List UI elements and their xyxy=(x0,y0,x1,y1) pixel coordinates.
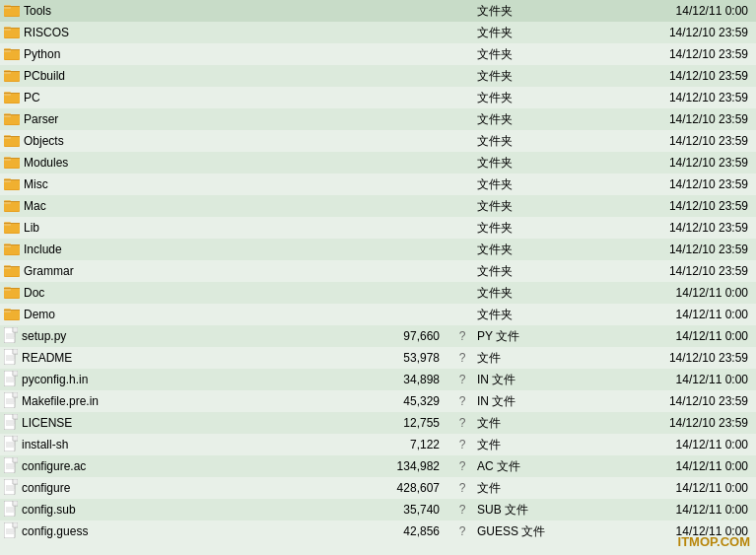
file-name-col: config.sub xyxy=(4,501,369,520)
file-date: 14/12/11 0:00 xyxy=(556,308,752,321)
folder-icon xyxy=(4,3,20,20)
list-item[interactable]: Grammar文件夹14/12/10 23:59 xyxy=(0,260,756,282)
file-name: pyconfig.h.in xyxy=(22,373,88,386)
list-item[interactable]: configure428,607?文件14/12/11 0:00 xyxy=(0,477,756,499)
file-name: Misc xyxy=(24,177,48,191)
list-item[interactable]: Lib文件夹14/12/10 23:59 xyxy=(0,217,756,239)
file-ext: 文件 xyxy=(477,350,556,367)
file-ext: 文件 xyxy=(477,415,556,432)
file-date: 14/12/10 23:59 xyxy=(556,394,752,408)
file-icon xyxy=(4,349,18,368)
list-item[interactable]: Modules文件夹14/12/10 23:59 xyxy=(0,152,756,173)
folder-icon xyxy=(4,220,20,237)
file-date: 14/12/10 23:59 xyxy=(556,156,752,170)
svg-rect-19 xyxy=(4,93,20,94)
list-item[interactable]: Include文件夹14/12/10 23:59 xyxy=(0,239,756,260)
file-icon xyxy=(4,414,18,433)
file-size: 97,660 xyxy=(369,329,447,343)
list-item[interactable]: config.guess42,856?GUESS 文件14/12/11 0:00 xyxy=(0,520,756,542)
svg-rect-47 xyxy=(4,244,20,245)
file-date: 14/12/10 23:59 xyxy=(556,264,752,278)
file-name: Parser xyxy=(24,112,58,126)
file-name-col: setup.py xyxy=(4,327,369,346)
list-item[interactable]: Demo文件夹14/12/11 0:00 xyxy=(0,304,756,325)
file-icon xyxy=(4,501,18,520)
file-size: 12,755 xyxy=(369,416,447,430)
file-ext: 文件夹 xyxy=(477,176,556,193)
folder-icon xyxy=(4,285,20,302)
file-ext: 文件夹 xyxy=(477,25,556,41)
list-item[interactable]: Mac文件夹14/12/10 23:59 xyxy=(0,195,756,217)
file-size: 45,329 xyxy=(369,394,447,408)
file-name-col: Objects xyxy=(4,133,369,150)
list-item[interactable]: pyconfig.h.in34,898?IN 文件14/12/11 0:00 xyxy=(0,369,756,390)
file-name: Doc xyxy=(24,286,44,300)
file-name: README xyxy=(22,351,72,365)
svg-rect-3 xyxy=(4,6,20,7)
svg-rect-11 xyxy=(4,49,20,50)
watermark: ITMOP.COM xyxy=(678,534,750,549)
svg-rect-39 xyxy=(4,201,20,202)
list-item[interactable]: Tools文件夹14/12/11 0:00 xyxy=(0,0,756,22)
file-name: Mac xyxy=(24,199,46,213)
list-item[interactable]: Misc文件夹14/12/10 23:59 xyxy=(0,173,756,195)
list-item[interactable]: Objects文件夹14/12/10 23:59 xyxy=(0,130,756,152)
file-name: configure xyxy=(22,481,70,495)
svg-rect-51 xyxy=(4,266,20,267)
file-ext: 文件 xyxy=(477,437,556,453)
file-date: 14/12/10 23:59 xyxy=(556,112,752,126)
file-size: 428,607 xyxy=(369,481,447,495)
list-item[interactable]: Doc文件夹14/12/11 0:00 xyxy=(0,282,756,304)
list-item[interactable]: Makefile.pre.in45,329?IN 文件14/12/10 23:5… xyxy=(0,390,756,412)
file-ext: 文件 xyxy=(477,480,556,497)
file-size: 134,982 xyxy=(369,459,447,473)
file-date: 14/12/10 23:59 xyxy=(556,243,752,256)
file-ext: 文件夹 xyxy=(477,220,556,237)
file-question: ? xyxy=(447,438,477,451)
file-icon xyxy=(4,327,18,346)
list-item[interactable]: Parser文件夹14/12/10 23:59 xyxy=(0,108,756,130)
list-item[interactable]: README53,978?文件14/12/10 23:59 xyxy=(0,347,756,369)
file-name-col: configure xyxy=(4,479,369,498)
file-date: 14/12/11 0:00 xyxy=(556,286,752,300)
file-name-col: Tools xyxy=(4,3,369,20)
file-ext: IN 文件 xyxy=(477,372,556,388)
file-name-col: Mac xyxy=(4,198,369,215)
list-item[interactable]: PCbuild文件夹14/12/10 23:59 xyxy=(0,65,756,87)
file-name: Grammar xyxy=(24,264,74,278)
list-item[interactable]: RISCOS文件夹14/12/10 23:59 xyxy=(0,22,756,43)
list-item[interactable]: LICENSE12,755?文件14/12/10 23:59 xyxy=(0,412,756,434)
file-date: 14/12/11 0:00 xyxy=(556,329,752,343)
file-list: Tools文件夹14/12/11 0:00 RISCOS文件夹14/12/10 … xyxy=(0,0,756,542)
file-date: 14/12/10 23:59 xyxy=(556,221,752,235)
list-item[interactable]: Python文件夹14/12/10 23:59 xyxy=(0,43,756,65)
list-item[interactable]: setup.py97,660?PY 文件14/12/11 0:00 xyxy=(0,325,756,347)
svg-rect-55 xyxy=(4,288,20,289)
file-name-col: Grammar xyxy=(4,263,369,280)
file-ext: 文件夹 xyxy=(477,68,556,85)
file-ext: 文件夹 xyxy=(477,285,556,302)
list-item[interactable]: install-sh7,122?文件14/12/11 0:00 xyxy=(0,434,756,455)
file-ext: 文件夹 xyxy=(477,90,556,106)
file-ext: 文件夹 xyxy=(477,3,556,20)
file-name-col: Makefile.pre.in xyxy=(4,392,369,411)
file-ext: 文件夹 xyxy=(477,263,556,280)
list-item[interactable]: config.sub35,740?SUB 文件14/12/11 0:00 xyxy=(0,499,756,520)
file-ext: IN 文件 xyxy=(477,393,556,410)
file-name-col: Lib xyxy=(4,220,369,237)
file-size: 53,978 xyxy=(369,351,447,365)
svg-rect-80 xyxy=(13,392,18,397)
file-name: Tools xyxy=(24,4,51,18)
list-item[interactable]: configure.ac134,982?AC 文件14/12/11 0:00 xyxy=(0,455,756,477)
svg-rect-31 xyxy=(4,158,20,159)
file-name-col: Parser xyxy=(4,111,369,128)
list-item[interactable]: PC文件夹14/12/10 23:59 xyxy=(0,87,756,108)
file-size: 7,122 xyxy=(369,438,447,451)
file-name-col: README xyxy=(4,349,369,368)
file-name: Lib xyxy=(24,221,39,235)
folder-icon xyxy=(4,111,20,128)
file-icon xyxy=(4,479,18,498)
file-ext: GUESS 文件 xyxy=(477,523,556,540)
file-name: config.sub xyxy=(22,503,76,517)
folder-icon xyxy=(4,176,20,193)
